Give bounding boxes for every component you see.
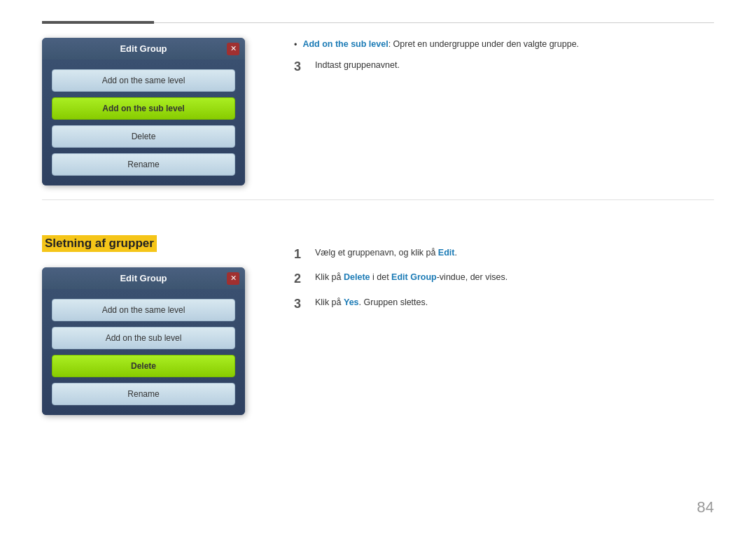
bullet-icon-1: • <box>294 38 297 52</box>
dialog-close-btn-1[interactable]: ✕ <box>227 43 239 55</box>
top-rule <box>42 21 714 24</box>
btn-rename-2[interactable]: Rename <box>52 383 235 405</box>
section2-left: Sletning af grupper Edit Group ✕ Add on … <box>42 214 266 415</box>
close-icon-1: ✕ <box>230 44 237 53</box>
dialog-titlebar-2: Edit Group ✕ <box>42 267 245 289</box>
section1-right: • Add on the sub level: Opret en undergr… <box>294 38 714 185</box>
link-add-sub-level: Add on the sub level <box>302 39 388 49</box>
btn-add-same-level-2[interactable]: Add on the same level <box>52 299 235 321</box>
page-container: Edit Group ✕ Add on the same level Add o… <box>0 0 756 534</box>
dialog-body-1: Add on the same level Add on the sub lev… <box>42 59 245 185</box>
link-delete-2: Delete <box>344 272 370 282</box>
instruction-list-2: 1 Vælg et gruppenavn, og klik på Edit. 2… <box>294 246 714 312</box>
instruction-step-2-2: 2 Klik på Delete i det Edit Group-vindue… <box>294 271 714 287</box>
step-text-3-2: Klik på Yes. Gruppen slettes. <box>315 296 428 309</box>
section2-right: 1 Vælg et gruppenavn, og klik på Edit. 2… <box>294 214 714 415</box>
dialog-title-1: Edit Group <box>120 43 167 54</box>
btn-rename-1[interactable]: Rename <box>52 153 235 176</box>
close-icon-2: ✕ <box>230 274 237 283</box>
step-num-3-1: 3 <box>294 59 307 75</box>
link-edit-1: Edit <box>438 248 455 258</box>
instruction-step-3-1: 3 Indtast gruppenavnet. <box>294 59 714 75</box>
btn-add-sub-level-1[interactable]: Add on the sub level <box>52 97 235 120</box>
step-text-3-1: Indtast gruppenavnet. <box>315 59 400 72</box>
section2-block: Sletning af grupper Edit Group ✕ Add on … <box>42 214 714 415</box>
link-edit-group-2: Edit Group <box>391 272 437 282</box>
step-text-1-2: Vælg et gruppenavn, og klik på Edit. <box>315 246 457 260</box>
step-num-2-2: 2 <box>294 271 307 287</box>
section2-heading: Sletning af grupper <box>42 235 157 252</box>
dialog-title-2: Edit Group <box>120 273 167 283</box>
instruction-bullet-1: • Add on the sub level: Opret en undergr… <box>294 38 714 52</box>
instruction-step-3-2: 3 Klik på Yes. Gruppen slettes. <box>294 296 714 312</box>
btn-delete-2[interactable]: Delete <box>52 355 235 377</box>
sections-wrapper: Edit Group ✕ Add on the same level Add o… <box>42 38 714 415</box>
edit-group-dialog-1: Edit Group ✕ Add on the same level Add o… <box>42 38 245 185</box>
top-rule-thick <box>42 21 154 24</box>
btn-delete-1[interactable]: Delete <box>52 125 235 148</box>
btn-add-same-level-1[interactable]: Add on the same level <box>52 69 235 92</box>
dialog-titlebar-1: Edit Group ✕ <box>42 38 245 59</box>
btn-add-sub-level-2[interactable]: Add on the sub level <box>52 327 235 349</box>
step-text-2-2: Klik på Delete i det Edit Group-vindue, … <box>315 271 507 284</box>
instruction-step-1-2: 1 Vælg et gruppenavn, og klik på Edit. <box>294 246 714 262</box>
top-rule-thin <box>154 22 714 23</box>
step-num-3-2: 3 <box>294 296 307 312</box>
instruction-text-1b: : Opret en undergruppe under den valgte … <box>388 39 579 49</box>
instruction-text-1: Add on the sub level: Opret en undergrup… <box>302 38 579 51</box>
section1-block: Edit Group ✕ Add on the same level Add o… <box>42 38 714 185</box>
dialog-close-btn-2[interactable]: ✕ <box>227 272 239 285</box>
instruction-list-1: • Add on the sub level: Opret en undergr… <box>294 38 714 75</box>
mid-divider <box>42 199 714 200</box>
edit-group-dialog-2: Edit Group ✕ Add on the same level Add o… <box>42 267 245 415</box>
section1-left: Edit Group ✕ Add on the same level Add o… <box>42 38 266 185</box>
step-num-1-2: 1 <box>294 246 307 262</box>
dialog-body-2: Add on the same level Add on the sub lev… <box>42 289 245 415</box>
link-yes-2: Yes <box>344 297 359 307</box>
page-number: 84 <box>697 498 714 517</box>
